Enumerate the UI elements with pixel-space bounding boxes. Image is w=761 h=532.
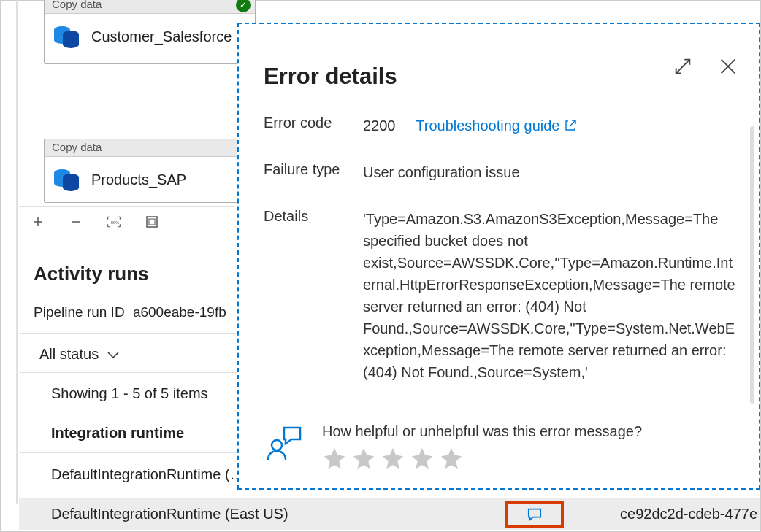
- error-details-panel: Error details Error code 2200 Troublesho…: [237, 23, 760, 490]
- integration-runtime-row-selected[interactable]: DefaultIntegrationRuntime (East US) ce92…: [19, 498, 760, 530]
- failure-type-value: User configuration issue: [363, 161, 738, 183]
- activity-header: Copy data: [45, 139, 255, 157]
- failure-type-label: Failure type: [264, 161, 363, 178]
- feedback-section: How helpful or unhelpful was this error …: [265, 423, 642, 471]
- details-value: 'Type=Amazon.S3.AmazonS3Exception,Messag…: [363, 208, 738, 383]
- canvas-zoom-toolbar: 00%: [19, 206, 234, 236]
- items-count: Showing 1 - 5 of 5 items: [51, 385, 208, 402]
- panel-title: Error details: [264, 63, 738, 90]
- troubleshooting-guide-label: Troubleshooting guide: [416, 115, 559, 136]
- star-icon[interactable]: [351, 446, 376, 471]
- database-icon: [52, 24, 81, 49]
- svg-rect-13: [147, 217, 157, 227]
- fullscreen-button[interactable]: [133, 207, 171, 236]
- star-icon[interactable]: [410, 446, 435, 471]
- svg-rect-14: [149, 219, 155, 225]
- panel-scrollbar[interactable]: [750, 126, 754, 404]
- error-code-label: Error code: [264, 115, 363, 131]
- expand-icon[interactable]: [673, 56, 693, 77]
- activity-type: Copy data: [52, 141, 102, 153]
- error-code-value: 2200: [363, 117, 396, 134]
- zoom-in-button[interactable]: [19, 207, 57, 236]
- activity-name: Products_SAP: [91, 171, 186, 188]
- status-filter-dropdown[interactable]: All status: [39, 346, 119, 363]
- activity-runs-heading: Activity runs: [34, 263, 149, 285]
- integration-runtime-name: DefaultIntegrationRuntime (East US): [51, 506, 288, 523]
- success-status-icon: ✓: [236, 0, 251, 12]
- zoom-out-button[interactable]: [57, 207, 95, 236]
- star-icon[interactable]: [439, 446, 464, 471]
- run-id-value: a600eabe-19fb: [133, 304, 226, 320]
- star-icon[interactable]: [322, 446, 347, 471]
- integration-runtime-row[interactable]: DefaultIntegrationRuntime (…: [51, 466, 245, 483]
- pipeline-run-id-row: Pipeline run ID a600eabe-19fb: [34, 304, 226, 320]
- activity-body: Products_SAP: [45, 157, 255, 203]
- error-message-button[interactable]: [505, 501, 564, 528]
- svg-point-5: [63, 41, 79, 48]
- external-link-icon: [564, 119, 577, 132]
- troubleshooting-guide-link[interactable]: Troubleshooting guide: [416, 115, 577, 136]
- database-icon: [52, 167, 81, 192]
- integration-runtime-header: Integration runtime: [51, 425, 184, 442]
- feedback-person-icon: [265, 423, 306, 471]
- feedback-stars[interactable]: [322, 446, 642, 471]
- feedback-question: How helpful or unhelpful was this error …: [322, 423, 642, 440]
- details-label: Details: [264, 208, 363, 225]
- close-icon[interactable]: [718, 56, 738, 77]
- activity-card-customer[interactable]: Copy data ✓ Customer_Salesforce: [44, 0, 256, 64]
- chevron-down-icon: [107, 346, 119, 363]
- run-id-label: Pipeline run ID: [34, 304, 125, 320]
- run-guid-partial: ce92dc2d-cdeb-477e: [620, 506, 757, 523]
- left-rail: [16, 0, 18, 504]
- activity-type: Copy data: [52, 0, 102, 10]
- status-filter-label: All status: [39, 346, 99, 363]
- svg-point-15: [272, 440, 282, 450]
- svg-point-11: [63, 184, 79, 191]
- activity-name: Customer_Salesforce: [91, 28, 232, 45]
- activity-body: Customer_Salesforce: [45, 14, 255, 63]
- activity-card-products[interactable]: Copy data Products_SAP: [44, 139, 256, 203]
- star-icon[interactable]: [380, 446, 405, 471]
- activity-header: Copy data ✓: [45, 0, 255, 14]
- svg-text:00%: 00%: [111, 220, 120, 225]
- zoom-fit-button[interactable]: 00%: [95, 207, 133, 236]
